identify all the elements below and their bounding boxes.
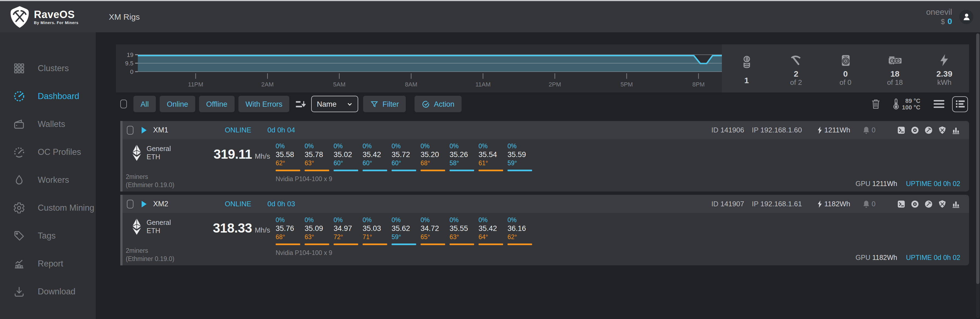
stat-value: 0 [843,69,848,78]
gpu-hashrate: 35.09 [305,224,334,233]
scrollbar[interactable] [976,33,980,318]
sort-select[interactable]: Name [312,96,358,112]
sort-direction-icon[interactable] [296,99,306,108]
gpu-temp: 60° [391,159,420,167]
gpu-cell[interactable]: 0% 35.42 64° [479,216,508,245]
list-view-toggle[interactable] [952,96,968,112]
gpu-cell[interactable]: 0% 35.59 59° [508,142,536,171]
dashboard-gauge-icon [13,90,25,102]
action-button[interactable]: Action [415,96,461,112]
user-info[interactable]: oneevil $0 [926,7,952,26]
gpu-load: 0% [275,142,305,150]
gpu-load: 0% [508,216,536,224]
sidebar-item-tags[interactable]: Tags [0,222,96,249]
sidebar-item-label: OC Profiles [38,147,81,157]
gpu-hashrate: 35.42 [363,150,391,159]
gpu-hashrate: 35.62 [391,224,420,233]
console-icon[interactable] [897,126,905,134]
sidebar-item-dashboard[interactable]: Dashboard [0,82,96,110]
rig-checkbox[interactable] [127,199,134,208]
gpu-temp-bar [450,244,474,245]
clusters-grid-icon [13,62,25,74]
gpu-cell[interactable]: 0% 35.62 59° [391,216,420,245]
gpu-cell[interactable]: 0% 34.72 65° [420,216,450,245]
sidebar-item-custom-mining[interactable]: Custom Mining [0,194,96,222]
gear-icon [13,202,25,214]
gpu-cell[interactable]: 0% 35.26 58° [450,142,479,171]
sidebar-item-oc-profiles[interactable]: OC Profiles [0,138,96,166]
rig-notifications[interactable]: 0 [862,199,875,208]
rig-name[interactable]: XM2 [153,200,169,208]
filter-tab-with-errors[interactable]: With Errors [239,96,290,112]
pickaxe-circle-icon[interactable] [924,199,933,208]
stats-bars-icon[interactable] [951,126,960,134]
filter-tabs: AllOnlineOfflineWith Errors [134,96,293,112]
gpu-cell[interactable]: 0% 34.97 72° [334,216,363,245]
eye-icon[interactable] [910,199,919,208]
rig-hashrate: 318.33Mh/s [172,220,270,236]
gpu-cell[interactable]: 0% 35.54 61° [479,142,508,171]
filter-tab-all[interactable]: All [134,96,156,112]
miner-version: (Ethminer 0.19.0) [126,181,175,189]
user-avatar[interactable] [959,10,974,24]
gpu-cell[interactable]: 0% 35.55 63° [450,216,479,245]
gpu-cell[interactable]: 0% 35.20 68° [420,142,450,171]
eye-icon[interactable] [910,126,919,134]
list-view-icon [956,100,964,108]
app-logo[interactable]: RaveOS By Miners. For Miners [0,5,96,28]
rig-expand-arrow-icon[interactable] [142,201,146,207]
gpu-temp-bar [305,170,329,171]
gpu-cell[interactable]: 0% 35.58 62° [275,142,305,171]
gpu-cell[interactable]: 0% 35.42 60° [363,142,391,171]
sidebar-item-download[interactable]: Download [0,278,96,305]
svg-text:11PM: 11PM [188,81,204,88]
asic-icon [838,53,853,67]
sidebar-item-wallets[interactable]: Wallets [0,110,96,138]
gpu-load: 0% [334,216,363,224]
rig-expand-arrow-icon[interactable] [142,127,146,133]
gpu-cell[interactable]: 0% 35.76 68° [275,216,305,245]
gpu-icon [888,53,902,67]
pickaxe-circle-icon[interactable] [924,126,933,134]
rig-notifications[interactable]: 0 [862,126,875,134]
rig-actions [892,126,960,134]
gpu-temp-bar [420,170,445,171]
scrollbar-thumb[interactable] [976,33,980,284]
stats-bars-icon[interactable] [951,199,960,208]
stats-bar: 1 2 of 2 0 of 0 18 of 18 2.39 kWh [722,44,969,93]
hashrate-unit: Mh/s [255,226,270,234]
svg-text:2PM: 2PM [549,81,561,88]
rig-body: General ETH 319.11Mh/s 0% 35.58 62° 0% 3… [123,139,969,191]
gpu-temp-bar [508,170,532,171]
sidebar-item-clusters[interactable]: Clusters [0,54,96,82]
stat-value: 1 [744,76,749,85]
gpu-temp-bar [363,170,387,171]
miner-version: (Ethminer 0.19.0) [126,255,175,263]
rig-name[interactable]: XM1 [153,126,169,134]
gpu-load: 0% [391,142,420,150]
filter-button[interactable]: Filter [363,96,406,112]
gpu-cell[interactable]: 0% 36.16 62° [508,216,536,245]
sidebar-item-report[interactable]: Report [0,249,96,278]
filter-tab-online[interactable]: Online [160,96,195,112]
select-all-checkbox[interactable] [120,100,127,108]
stat-value: 18 [890,69,899,78]
gpu-cell[interactable]: 0% 35.02 60° [334,142,363,171]
gpu-cell[interactable]: 0% 35.78 63° [305,142,334,171]
gpu-cell[interactable]: 0% 35.03 71° [363,216,391,245]
filter-tab-offline[interactable]: Offline [199,96,235,112]
gpu-temp: 68° [420,159,450,167]
sidebar-item-workers[interactable]: Workers [0,166,96,194]
shield-icon[interactable] [938,126,947,134]
hashrate-unit: Mh/s [255,152,270,160]
shield-icon[interactable] [938,199,947,208]
menu-icon[interactable] [934,100,945,108]
gpu-hashrate: 35.78 [305,150,334,159]
console-icon[interactable] [897,199,905,208]
gpu-model: Nvidia P104-100 x 9 [275,249,332,256]
trash-icon[interactable] [871,99,880,109]
user-balance: $0 [926,16,952,26]
rig-checkbox[interactable] [127,126,134,134]
gpu-cell[interactable]: 0% 35.09 63° [305,216,334,245]
gpu-cell[interactable]: 0% 35.72 60° [391,142,420,171]
